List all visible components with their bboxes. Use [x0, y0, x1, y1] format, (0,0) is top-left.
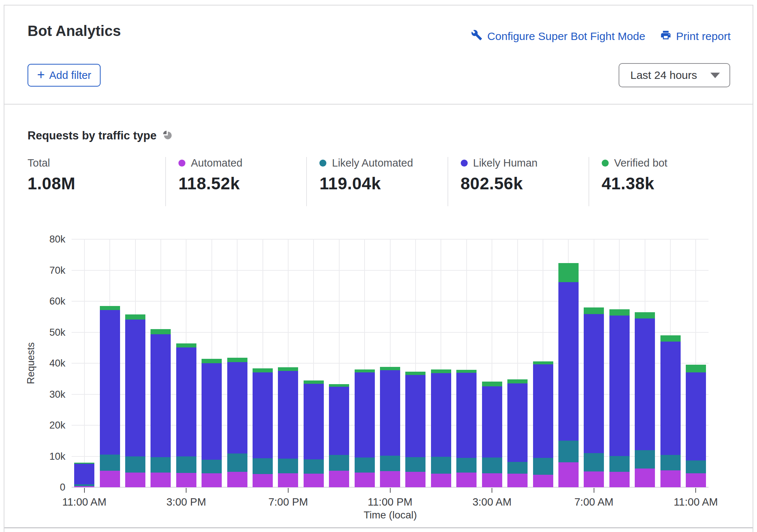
- stacked-bar: [431, 369, 451, 487]
- gridline-y-80k: [72, 239, 709, 240]
- stacked-bar: [507, 379, 528, 487]
- bar-segment-verified-bot: [609, 309, 630, 316]
- bar-segment-verified-bot: [202, 359, 222, 363]
- plus-icon: +: [37, 68, 45, 81]
- bar-segment-likely-human: [584, 314, 604, 453]
- bar-segment-likely-human: [74, 464, 94, 485]
- bar-segment-automated: [380, 471, 400, 487]
- bar-slot: [148, 239, 173, 487]
- x-axis-title: Time (local): [363, 509, 417, 521]
- gridline-y-70k: [72, 270, 709, 271]
- stat-total: Total 1.08M: [28, 157, 165, 206]
- header-divider: [4, 104, 753, 105]
- pie-chart-icon: [162, 130, 173, 142]
- bar-segment-automated: [304, 474, 324, 487]
- bar-segment-likely-human: [202, 363, 222, 460]
- stacked-bar: [278, 367, 298, 487]
- time-range-dropdown[interactable]: Last 24 hours: [619, 63, 730, 87]
- y-axis-tick-label: 60k: [0, 295, 65, 307]
- bar-segment-likely-human: [405, 375, 425, 457]
- bar-segment-likely-human: [304, 384, 324, 459]
- x-axis-tick: [288, 488, 289, 493]
- bar-segment-likely-human: [278, 371, 298, 459]
- bar-slot: [174, 239, 199, 487]
- verified-bot-legend-dot: [602, 160, 609, 167]
- bar-segment-automated: [74, 486, 94, 487]
- x-axis-tick-label: 11:00 AM: [674, 496, 718, 508]
- bar-segment-verified-bot: [558, 263, 579, 282]
- bar-slot: [224, 239, 250, 487]
- stat-total-label: Total: [28, 157, 50, 169]
- add-filter-label: Add filter: [49, 69, 91, 81]
- bar-segment-verified-bot: [660, 335, 681, 342]
- printer-icon: [660, 29, 671, 43]
- requests-stacked-bar-chart: [72, 239, 709, 487]
- likely-human-legend-dot: [461, 160, 468, 167]
- bar-segment-likely-human: [329, 387, 349, 455]
- bar-segment-likely-human: [380, 370, 400, 456]
- bar-segment-automated: [151, 473, 171, 487]
- bar-segment-automated: [202, 473, 222, 487]
- bar-segment-automated: [660, 470, 681, 487]
- x-axis-tick: [492, 488, 492, 493]
- section-heading-row: Requests by traffic type: [28, 129, 173, 142]
- stat-likely-human-value: 802.56k: [461, 174, 588, 193]
- likely-automated-legend-dot: [319, 160, 326, 167]
- bar-segment-automated: [100, 471, 120, 487]
- bar-segment-likely-automated: [609, 456, 630, 472]
- stacked-bar: [100, 306, 120, 487]
- configure-super-bot-fight-mode-link[interactable]: Configure Super Bot Fight Mode: [471, 29, 645, 43]
- bar-segment-likely-human: [660, 342, 681, 455]
- x-axis-tick: [84, 488, 85, 493]
- bar-slot: [632, 239, 658, 487]
- print-report-link[interactable]: Print report: [660, 29, 731, 43]
- bar-segment-likely-automated: [100, 455, 120, 471]
- bar-segment-likely-human: [176, 347, 196, 456]
- bar-segment-likely-human: [609, 316, 630, 456]
- stat-likely-automated-label: Likely Automated: [332, 157, 413, 169]
- bar-segment-likely-human: [635, 318, 655, 450]
- bar-segment-verified-bot: [584, 307, 604, 314]
- stacked-bar: [558, 263, 579, 487]
- bar-segment-likely-automated: [202, 460, 222, 473]
- x-axis-tick: [594, 488, 594, 493]
- bar-segment-automated: [635, 469, 655, 487]
- bar-segment-verified-bot: [227, 358, 247, 362]
- stat-verified-bot: Verified bot 41.38k: [588, 157, 729, 206]
- bar-segment-likely-automated: [176, 456, 196, 473]
- bar-segment-verified-bot: [456, 370, 477, 373]
- bar-segment-likely-human: [482, 386, 502, 458]
- bar-segment-verified-bot: [686, 365, 706, 372]
- x-axis-tick-label: 3:00 PM: [166, 496, 206, 508]
- bar-segment-likely-automated: [431, 457, 451, 474]
- bar-slot: [607, 239, 632, 487]
- bar-segment-verified-bot: [125, 314, 145, 320]
- bar-segment-automated: [456, 473, 477, 487]
- bar-segment-likely-human: [533, 364, 553, 458]
- bar-segment-likely-automated: [253, 458, 273, 474]
- bar-segment-automated: [227, 472, 247, 487]
- bar-slot: [556, 239, 581, 487]
- bar-segment-likely-automated: [278, 459, 298, 473]
- bar-segment-verified-bot: [482, 382, 502, 387]
- bar-segment-automated: [329, 471, 349, 487]
- bar-segment-likely-human: [253, 372, 273, 459]
- gridline-y-60k: [72, 301, 709, 302]
- bar-slot: [123, 239, 148, 487]
- bar-segment-likely-human: [431, 373, 451, 457]
- bar-segment-verified-bot: [635, 312, 655, 318]
- stacked-bar: [355, 369, 375, 487]
- bar-slot: [581, 239, 606, 487]
- bar-segment-likely-automated: [380, 456, 400, 471]
- x-axis-tick: [186, 488, 186, 493]
- add-filter-button[interactable]: + Add filter: [28, 64, 101, 87]
- automated-legend-dot: [178, 160, 185, 167]
- bar-segment-likely-automated: [533, 458, 553, 475]
- stat-automated-value: 118.52k: [178, 174, 306, 193]
- x-axis-tick-label: 11:00 PM: [368, 496, 413, 508]
- bar-segment-likely-human: [558, 282, 579, 441]
- bar-slot: [97, 239, 122, 487]
- bar-segment-likely-automated: [558, 441, 579, 462]
- configure-link-label: Configure Super Bot Fight Mode: [487, 30, 645, 43]
- x-axis-tick-label: 3:00 AM: [472, 496, 511, 508]
